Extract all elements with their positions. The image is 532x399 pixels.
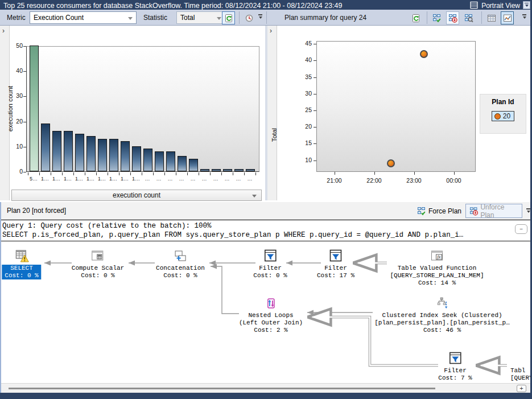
table-valued-function-icon: fx <box>390 249 484 265</box>
legend-item-plan-20[interactable]: 20 <box>492 111 514 121</box>
gauge-icon <box>245 14 254 23</box>
plan-summary-chart-panel: › Total Plan Id 20 101520253035404521:00… <box>267 26 530 200</box>
bar-query-9[interactable] <box>121 141 130 171</box>
bar-query-5[interactable] <box>75 134 84 171</box>
unforce-plan-toolbar-button[interactable] <box>446 11 459 24</box>
bar-query-18[interactable] <box>223 169 232 171</box>
plan-node-label: FilterCost: 7 % <box>438 367 472 382</box>
legend-title: Plan Id <box>480 98 526 106</box>
collapse-query-text-button[interactable]: – <box>515 224 527 234</box>
bar-y-tick-label: 40 <box>7 67 23 74</box>
bar-x-category-label: 1… <box>130 176 142 182</box>
bar-query-14[interactable] <box>178 156 187 171</box>
bar-x-category-label: 1… <box>119 176 130 182</box>
bar-query-1[interactable] <box>30 46 39 171</box>
title-overflow-button[interactable] <box>523 1 530 9</box>
bar-y-tick-label: 30 <box>7 92 23 99</box>
force-plan-button[interactable]: Force Plan <box>414 204 465 218</box>
plan-id-legend: Plan Id 20 <box>480 94 526 134</box>
plan-node-nested-loops[interactable]: Nested Loops(Left Outer Join)Cost: 2 % <box>239 296 303 334</box>
bar-x-tick <box>28 172 28 175</box>
chart-icon <box>503 14 512 23</box>
plan-node-label: Clustered Index Seek (Clustered)[plan_pe… <box>374 312 510 334</box>
compare-plans-toolbar-button[interactable] <box>462 11 475 24</box>
statistic-dropdown[interactable]: Total <box>176 11 225 24</box>
plan-node-concatenation[interactable]: ConcatenationCost: 0 % <box>156 249 205 279</box>
expand-grid-icon[interactable]: › <box>2 27 5 35</box>
bar-x-category-label: 1… <box>39 176 51 182</box>
plan-node-filter-2[interactable]: FilterCost: 17 % <box>317 249 354 279</box>
bar-y-tick-label: 50 <box>7 42 23 49</box>
zoom-plus-button[interactable]: + <box>517 385 526 392</box>
window-bottom-edge <box>0 393 532 399</box>
bar-query-4[interactable] <box>64 131 73 171</box>
bar-query-19[interactable] <box>234 169 244 171</box>
horizontal-scrollbar[interactable]: + <box>0 383 532 393</box>
chart-view-button[interactable] <box>501 11 514 24</box>
configure-button[interactable] <box>242 11 255 24</box>
plan-summary-overflow-button[interactable] <box>521 14 527 20</box>
query-text-pane: Query 1: Query cost (relative to the bat… <box>0 220 532 241</box>
plan-node-label: SELECTCost: 0 % <box>2 265 41 279</box>
portrait-view-button[interactable]: Portrait View <box>481 2 520 10</box>
plan-node-compute-scalar[interactable]: Compute ScalarCost: 0 % <box>72 249 124 279</box>
scrollbar-thumb[interactable] <box>9 388 435 389</box>
bar-query-6[interactable] <box>86 136 96 171</box>
plan-node-label: Tabl[QUERY <box>510 367 530 382</box>
toolbar-overflow-button[interactable] <box>257 14 263 20</box>
bar-query-11[interactable] <box>143 149 152 171</box>
bar-query-8[interactable] <box>109 139 118 171</box>
x-axis-metric-dropdown[interactable]: execution count <box>11 190 262 201</box>
plan-node-label: Table Valued Function[QUERY_STORE_PLAN_I… <box>390 265 484 287</box>
metric-dropdown[interactable]: Execution Count <box>30 11 137 24</box>
expand-grid-icon[interactable]: › <box>270 27 272 35</box>
force-plan-toolbar-button[interactable] <box>430 11 443 24</box>
plan-node-clustered-index-seek[interactable]: Clustered Index Seek (Clustered)[plan_pe… <box>374 296 510 334</box>
bar-query-7[interactable] <box>98 139 107 171</box>
scatter-point-plan-20[interactable] <box>420 50 428 58</box>
plan-node-select[interactable]: SELECTCost: 0 % <box>2 249 41 279</box>
refresh-plan-summary-button[interactable] <box>409 11 422 24</box>
bar-x-tick <box>210 172 211 175</box>
bar-query-12[interactable] <box>155 151 164 171</box>
plan-node-table-valued-function-2[interactable]: Tabl[QUERY <box>510 351 530 382</box>
bar-y-tick-label: 10 <box>7 143 23 150</box>
bar-query-3[interactable] <box>52 131 61 171</box>
bar-y-tick <box>23 96 26 97</box>
query-sql-line: SELECT p.is_forced_plan, p.query_plan FR… <box>2 231 517 240</box>
bar-x-tick <box>51 172 51 175</box>
plan-node-label: FilterCost: 17 % <box>317 265 354 279</box>
bar-query-16[interactable] <box>200 169 209 171</box>
bar-x-category-label: … <box>199 176 210 182</box>
bar-x-tick <box>255 172 256 175</box>
scatter-y-tick <box>314 94 316 94</box>
bar-x-category-label: … <box>176 176 187 182</box>
bar-query-20[interactable] <box>246 169 255 171</box>
bar-query-15[interactable] <box>189 159 198 171</box>
scatter-plot-area <box>316 41 476 172</box>
refresh-button[interactable] <box>222 11 235 24</box>
bar-x-category-label: … <box>221 176 233 182</box>
bar-x-tick <box>199 172 199 175</box>
plan-node-filter-1[interactable]: FilterCost: 0 % <box>253 249 287 279</box>
grid-view-button[interactable] <box>485 11 498 24</box>
bar-query-10[interactable] <box>132 146 141 171</box>
unforce-plan-button[interactable]: Unforce Plan <box>465 204 522 218</box>
unforce-plan-icon <box>448 14 457 23</box>
scatter-point-plan-20[interactable] <box>387 159 395 167</box>
bar-x-tick <box>233 172 233 175</box>
compute-scalar-icon <box>72 249 124 265</box>
bar-x-category-label: 1… <box>96 176 108 182</box>
compare-plans-icon <box>464 14 473 23</box>
plan-node-filter-3[interactable]: FilterCost: 7 % <box>438 351 472 382</box>
bar-query-2[interactable] <box>41 124 50 171</box>
bar-query-17[interactable] <box>212 169 221 171</box>
bar-x-category-label: 1… <box>108 176 119 182</box>
plan-node-table-valued-function[interactable]: fxTable Valued Function[QUERY_STORE_PLAN… <box>390 249 484 287</box>
bar-x-tick <box>153 172 154 175</box>
scatter-x-tick-label: 22:00 <box>361 177 388 184</box>
resource-consumers-chart-panel: › execution count execution count 010203… <box>0 26 265 200</box>
bar-query-13[interactable] <box>166 151 175 171</box>
scatter-y-tick <box>314 44 316 44</box>
plan-20-dot-icon <box>494 113 501 120</box>
